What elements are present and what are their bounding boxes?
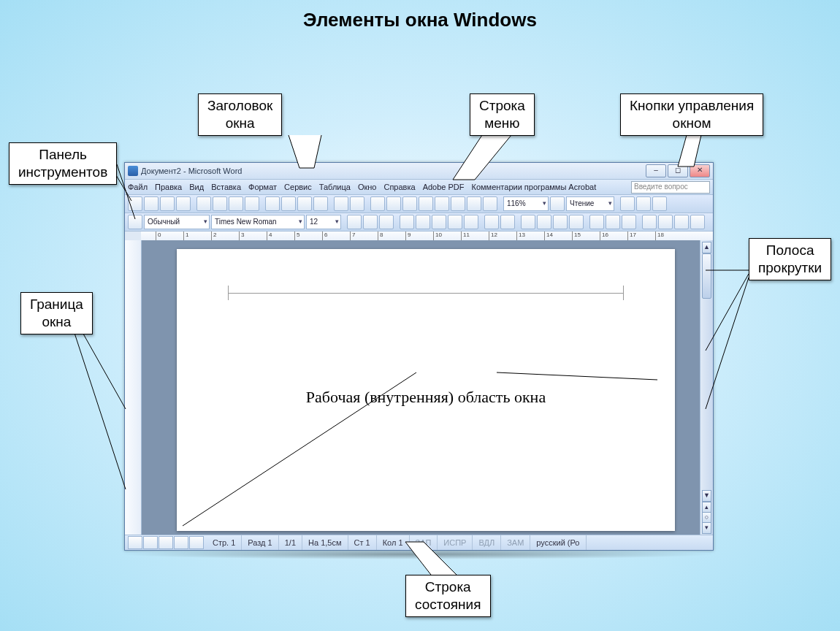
insert-table-icon[interactable] (402, 196, 417, 211)
superscript-icon[interactable] (642, 215, 657, 229)
workspace[interactable]: Рабочая (внутренняя) область окна (142, 240, 700, 535)
status-ovr[interactable]: ЗАМ (501, 535, 530, 550)
ltr-icon[interactable] (484, 215, 499, 229)
research-icon[interactable] (245, 196, 259, 211)
menu-adobe-pdf[interactable]: Adobe PDF (423, 183, 465, 191)
svg-line-5 (73, 329, 126, 489)
align-right-icon[interactable] (432, 215, 446, 229)
normal-view-icon[interactable] (128, 536, 142, 549)
line-spacing-icon[interactable] (464, 215, 478, 229)
style-combo[interactable]: Обычный (144, 215, 210, 229)
reading-button[interactable]: Чтение (566, 196, 614, 211)
menu-file[interactable]: Файл (128, 183, 148, 191)
status-col: Кол 1 (377, 535, 410, 550)
word-window: Документ2 - Microsoft Word – ◻ ✕ Файл Пр… (124, 162, 714, 551)
menu-tools[interactable]: Сервис (284, 183, 312, 191)
save-icon[interactable] (160, 196, 175, 211)
paste-icon[interactable] (297, 196, 312, 211)
maximize-button[interactable]: ◻ (668, 164, 688, 177)
menu-edit[interactable]: Правка (155, 183, 182, 191)
spellcheck-icon[interactable] (229, 196, 243, 211)
show-marks-icon[interactable] (483, 196, 497, 211)
status-rec[interactable]: ЗАП (410, 535, 438, 550)
ask-question-box[interactable]: Введите вопрос (631, 181, 710, 194)
workspace-label: Рабочая (внутренняя) область окна (228, 388, 624, 407)
status-section: Разд 1 (242, 535, 278, 550)
align-center-icon[interactable] (416, 215, 430, 229)
underline-icon[interactable] (379, 215, 394, 229)
bold-icon[interactable] (347, 215, 362, 229)
callout-toolbar: Панельинструментов (9, 142, 117, 185)
print-icon[interactable] (196, 196, 211, 211)
close-button[interactable]: ✕ (690, 164, 710, 177)
formatting-toolbar: Обычный Times New Roman 12 (125, 213, 713, 232)
format-painter-icon[interactable] (313, 196, 328, 211)
status-pages: 1/1 (279, 535, 302, 550)
excel-icon[interactable] (419, 196, 433, 211)
columns-icon[interactable] (435, 196, 449, 211)
highlight-icon[interactable] (606, 215, 620, 229)
undo-icon[interactable] (334, 196, 348, 211)
minimize-button[interactable]: – (646, 164, 666, 177)
slide-shadow (118, 549, 717, 559)
next-page-icon[interactable]: ▾ (702, 522, 711, 534)
preview-icon[interactable] (213, 196, 227, 211)
vertical-scrollbar[interactable]: ▲ ▼ ▴ ○ ▾ (700, 240, 713, 535)
status-page: Стр. 1 (207, 535, 242, 550)
scroll-thumb[interactable] (702, 253, 711, 299)
numbering-icon[interactable] (521, 215, 535, 229)
permissions-icon[interactable] (176, 196, 191, 211)
vertical-ruler[interactable] (125, 240, 142, 535)
styles-pane-icon[interactable] (128, 215, 142, 229)
callout-window-controls: Кнопки управленияокном (620, 93, 763, 136)
pdf-convert-icon[interactable] (620, 196, 635, 211)
scroll-down-icon[interactable]: ▼ (702, 490, 711, 502)
callout-status-bar: Строкасостояния (405, 575, 491, 617)
callout-scrollbar: Полосапрокрутки (749, 238, 831, 280)
menu-insert[interactable]: Вставка (211, 183, 241, 191)
status-trk[interactable]: ИСПР (438, 535, 473, 550)
web-view-icon[interactable] (143, 536, 158, 549)
menu-acrobat-comments[interactable]: Комментарии программы Acrobat (472, 183, 597, 191)
menu-table[interactable]: Таблица (319, 183, 351, 191)
menu-help[interactable]: Справка (383, 183, 415, 191)
bullets-icon[interactable] (537, 215, 551, 229)
pdf-review-icon[interactable] (652, 196, 667, 211)
menu-format[interactable]: Формат (248, 183, 277, 191)
document-page[interactable]: Рабочая (внутренняя) область окна (177, 249, 675, 531)
italic-icon[interactable] (363, 215, 378, 229)
hyperlink-icon[interactable] (370, 196, 385, 211)
language-icon[interactable] (690, 215, 705, 229)
decrease-indent-icon[interactable] (553, 215, 568, 229)
doc-map-icon[interactable] (467, 196, 481, 211)
change-case-icon[interactable] (674, 215, 689, 229)
size-combo[interactable]: 12 (306, 215, 341, 229)
rtl-icon[interactable] (500, 215, 515, 229)
align-left-icon[interactable] (400, 215, 414, 229)
status-language[interactable]: русский (Ро (530, 535, 586, 550)
outline-view-icon[interactable] (174, 536, 188, 549)
reading-view-icon[interactable] (189, 536, 204, 549)
new-doc-icon[interactable] (128, 196, 142, 211)
status-ext[interactable]: ВДЛ (473, 535, 501, 550)
subscript-icon[interactable] (658, 215, 673, 229)
pdf-email-icon[interactable] (636, 196, 651, 211)
borders-icon[interactable] (589, 215, 604, 229)
font-combo[interactable]: Times New Roman (211, 215, 305, 229)
menu-view[interactable]: Вид (189, 183, 204, 191)
drawing-icon[interactable] (451, 196, 465, 211)
zoom-combo[interactable]: 116% (503, 196, 549, 211)
print-layout-icon[interactable] (159, 536, 173, 549)
scroll-up-icon[interactable]: ▲ (702, 242, 711, 253)
open-icon[interactable] (144, 196, 159, 211)
cut-icon[interactable] (265, 196, 280, 211)
title-bar[interactable]: Документ2 - Microsoft Word – ◻ ✕ (125, 163, 713, 180)
align-justify-icon[interactable] (448, 215, 462, 229)
redo-icon[interactable] (350, 196, 364, 211)
copy-icon[interactable] (281, 196, 296, 211)
help-icon[interactable] (550, 196, 565, 211)
menu-window[interactable]: Окно (358, 183, 377, 191)
tables-borders-icon[interactable] (386, 196, 401, 211)
font-color-icon[interactable] (622, 215, 636, 229)
increase-indent-icon[interactable] (569, 215, 584, 229)
